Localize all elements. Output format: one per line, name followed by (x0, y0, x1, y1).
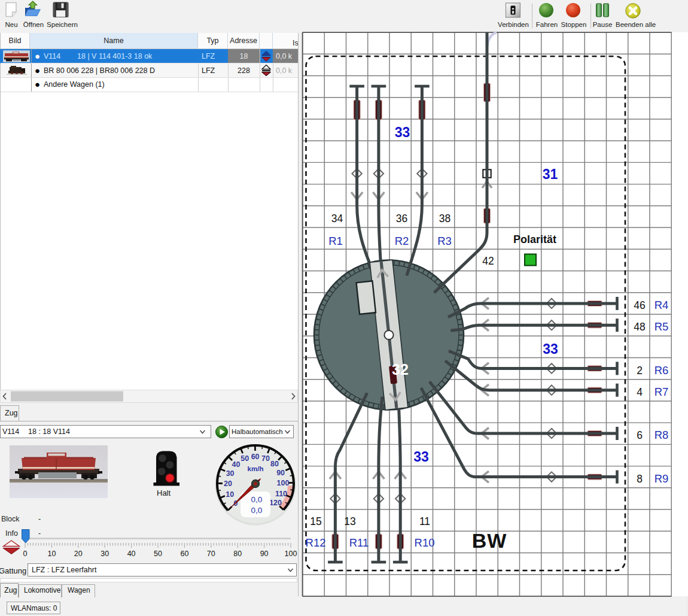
svg-text:33: 33 (413, 449, 429, 465)
svg-text:48: 48 (634, 321, 645, 333)
svg-text:R7: R7 (654, 386, 669, 398)
svg-text:40: 40 (127, 550, 136, 558)
svg-text:Polarität: Polarität (513, 233, 556, 245)
svg-text:110: 110 (275, 490, 287, 498)
svg-text:km/h: km/h (248, 465, 264, 472)
svg-text:2: 2 (637, 365, 643, 377)
svg-text:40: 40 (232, 460, 241, 469)
svg-text:60: 60 (251, 453, 260, 461)
svg-text:R4: R4 (654, 299, 669, 311)
svg-text:R11: R11 (349, 536, 369, 549)
svg-text:0,0: 0,0 (251, 506, 263, 515)
svg-text:34: 34 (331, 213, 343, 224)
svg-text:50: 50 (241, 454, 249, 463)
svg-text:R9: R9 (654, 472, 669, 485)
svg-text:8: 8 (637, 473, 643, 485)
svg-text:R12: R12 (306, 536, 326, 549)
svg-text:20: 20 (224, 480, 232, 488)
svg-text:46: 46 (634, 299, 645, 311)
svg-text:70: 70 (207, 550, 215, 558)
svg-text:11: 11 (419, 515, 430, 527)
svg-text:R2: R2 (395, 235, 409, 247)
svg-text:90: 90 (276, 469, 285, 477)
svg-text:30: 30 (101, 550, 109, 558)
svg-text:20: 20 (74, 550, 83, 558)
svg-text:10: 10 (226, 490, 234, 499)
svg-text:90: 90 (260, 550, 269, 558)
svg-text:R5: R5 (654, 320, 669, 333)
svg-text:80: 80 (233, 550, 242, 558)
svg-text:30: 30 (226, 469, 235, 478)
svg-text:32: 32 (392, 361, 409, 378)
svg-text:0: 0 (23, 550, 28, 558)
svg-text:38: 38 (439, 213, 450, 224)
svg-text:36: 36 (396, 213, 407, 224)
svg-text:42: 42 (482, 255, 494, 267)
svg-text:31: 31 (543, 166, 558, 182)
svg-text:60: 60 (180, 550, 188, 558)
svg-text:33: 33 (395, 125, 410, 140)
svg-text:R3: R3 (437, 235, 452, 247)
svg-text:80: 80 (270, 460, 279, 468)
svg-text:100: 100 (277, 479, 290, 487)
svg-text:120: 120 (269, 499, 282, 507)
svg-text:70: 70 (261, 454, 270, 463)
svg-text:13: 13 (344, 515, 355, 527)
svg-text:BW: BW (472, 529, 507, 552)
svg-text:33: 33 (543, 341, 558, 357)
svg-text:10: 10 (47, 550, 56, 558)
svg-text:R8: R8 (654, 429, 669, 441)
svg-text:15: 15 (310, 515, 321, 527)
svg-text:R6: R6 (654, 364, 669, 377)
svg-text:R10: R10 (415, 536, 435, 549)
svg-text:6: 6 (637, 429, 643, 441)
svg-text:R1: R1 (328, 235, 343, 247)
svg-text:50: 50 (154, 550, 162, 558)
svg-text:100: 100 (285, 550, 297, 558)
svg-text:0,0: 0,0 (251, 495, 263, 504)
svg-text:4: 4 (637, 386, 643, 398)
